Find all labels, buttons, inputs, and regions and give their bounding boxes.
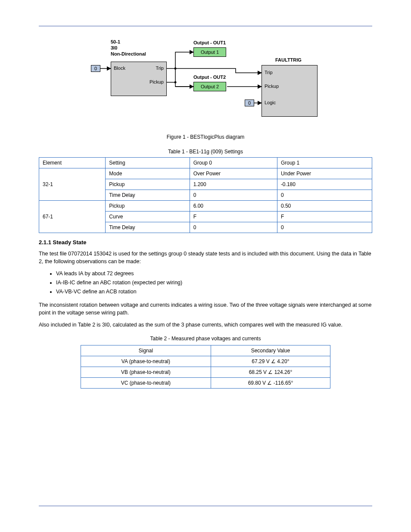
cell: 68.25 V ∠ 124.26° <box>211 367 330 377</box>
out2-header: Output - OUT2 <box>193 75 226 80</box>
cell-element: 67-1 <box>39 201 106 233</box>
bottom-rule <box>39 506 372 506</box>
table-row: 32-1 Mode Over Power Under Power <box>39 168 372 179</box>
block-50-header: 50-1 3I0 Non-Directional <box>111 39 146 57</box>
col-element: Element <box>39 158 106 168</box>
figure-caption: Figure 1 - BESTlogicPlus diagram <box>39 134 372 140</box>
cell: 0.50 <box>277 201 372 212</box>
list-item: IA-IB-IC define an ABC rotation (expecte… <box>56 279 372 287</box>
cell: 0 <box>277 190 372 201</box>
bullet-list: VA leads IA by about 72 degrees IA-IB-IC… <box>39 270 372 296</box>
cell: VC (phase-to-neutral) <box>81 377 211 388</box>
cell: 0 <box>190 190 277 201</box>
cell: Curve <box>106 212 190 222</box>
out1-header: Output - OUT1 <box>193 40 226 45</box>
col-setting: Setting <box>106 158 190 168</box>
port-block: Block <box>114 65 125 71</box>
cell: F <box>277 212 372 222</box>
const-zero-1: 0 <box>91 65 100 72</box>
section-heading-211: 2.1.1 Steady State <box>39 239 372 246</box>
top-rule <box>39 26 372 26</box>
block-50-line2: 3I0 <box>111 45 117 50</box>
block-50: Block Trip Pickup <box>111 62 167 96</box>
cell: VB (phase-to-neutral) <box>81 367 211 377</box>
cell: 0 <box>190 222 277 233</box>
const-zero-1-label: 0 <box>94 66 97 71</box>
paragraph: The test file 07072014 153042 is used fo… <box>39 250 372 265</box>
settings-table: Element Setting Group 0 Group 1 32-1 Mod… <box>39 157 372 233</box>
port-trip: Trip <box>156 65 164 71</box>
cell: F <box>190 212 277 222</box>
svg-point-2 <box>174 68 177 70</box>
paragraph: Also included in Table 2 is 3I0, calcula… <box>39 321 372 329</box>
table-row: VB (phase-to-neutral) 68.25 V ∠ 124.26° <box>81 367 330 377</box>
cell: VA (phase-to-neutral) <box>81 356 211 367</box>
table-header-row: Element Setting Group 0 Group 1 <box>39 158 372 168</box>
table-header-row: Signal Secondary Value <box>81 345 330 356</box>
cell: Pickup <box>106 201 190 212</box>
const-zero-2: 0 <box>245 100 254 106</box>
document-page: 50-1 3I0 Non-Directional Block Trip Pick… <box>0 0 411 532</box>
cell: Pickup <box>106 179 190 190</box>
cell: 69.80 V ∠ -116.65° <box>211 377 330 388</box>
out1-label: Output 1 <box>201 50 219 55</box>
cell: Time Delay <box>106 190 190 201</box>
cell: Under Power <box>277 168 372 179</box>
cell: Time Delay <box>106 222 190 233</box>
cell-element: 32-1 <box>39 168 106 201</box>
table2-title: Table 2 - Measured phase voltages and cu… <box>39 336 372 342</box>
table-row: 67-1 Pickup 6.00 0.50 <box>39 201 372 212</box>
col-group1: Group 1 <box>277 158 372 168</box>
block-50-line1: 50-1 <box>111 39 120 44</box>
out1-box: Output 1 <box>193 47 226 57</box>
table-row: VA (phase-to-neutral) 67.29 V ∠ 4.20° <box>81 356 330 367</box>
diagram-area: 50-1 3I0 Non-Directional Block Trip Pick… <box>39 35 372 130</box>
cell: -0.180 <box>277 179 372 190</box>
fault-port-trip: Trip <box>265 70 273 75</box>
fault-port-logic: Logic <box>265 100 276 105</box>
svg-point-3 <box>174 81 177 84</box>
out2-box: Output 2 <box>193 82 226 91</box>
faulttrig-header: FAULTTRIG <box>275 57 302 63</box>
cell: Mode <box>106 168 190 179</box>
const-zero-2-label: 0 <box>248 100 251 106</box>
col-group0: Group 0 <box>190 158 277 168</box>
list-item: VA leads IA by about 72 degrees <box>56 270 372 278</box>
measured-table: Signal Secondary Value VA (phase-to-neut… <box>81 345 330 389</box>
list-item: VA-VB-VC define an ACB rotation <box>56 288 372 296</box>
paragraph: The inconsistent rotation between voltag… <box>39 301 372 317</box>
out2-label: Output 2 <box>201 84 219 89</box>
block-faulttrig: Trip Pickup Logic <box>262 65 318 117</box>
table-row: VC (phase-to-neutral) 69.80 V ∠ -116.65° <box>81 377 330 388</box>
logic-diagram: 50-1 3I0 Non-Directional Block Trip Pick… <box>85 35 326 130</box>
cell: 67.29 V ∠ 4.20° <box>211 356 330 367</box>
fault-port-pickup: Pickup <box>265 84 279 89</box>
col-signal: Signal <box>81 345 211 356</box>
cell: 6.00 <box>190 201 277 212</box>
cell: Over Power <box>190 168 277 179</box>
cell: 0 <box>277 222 372 233</box>
table1-title: Table 1 - BE1-11g (009) Settings <box>39 149 372 155</box>
port-pickup: Pickup <box>149 79 164 84</box>
col-value: Secondary Value <box>211 345 330 356</box>
block-50-line3: Non-Directional <box>111 51 146 56</box>
cell: 1.200 <box>190 179 277 190</box>
